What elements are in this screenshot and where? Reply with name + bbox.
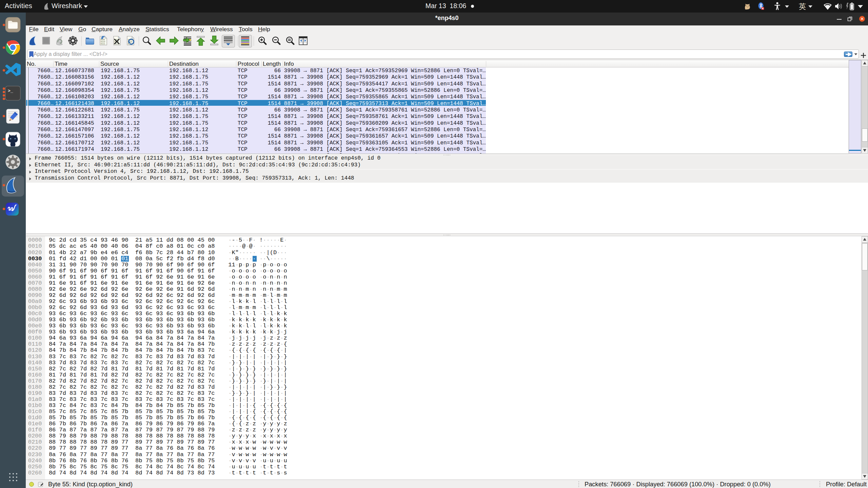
svg-text:0111: 0111	[101, 43, 105, 45]
svg-text:>_: >_	[8, 88, 13, 94]
